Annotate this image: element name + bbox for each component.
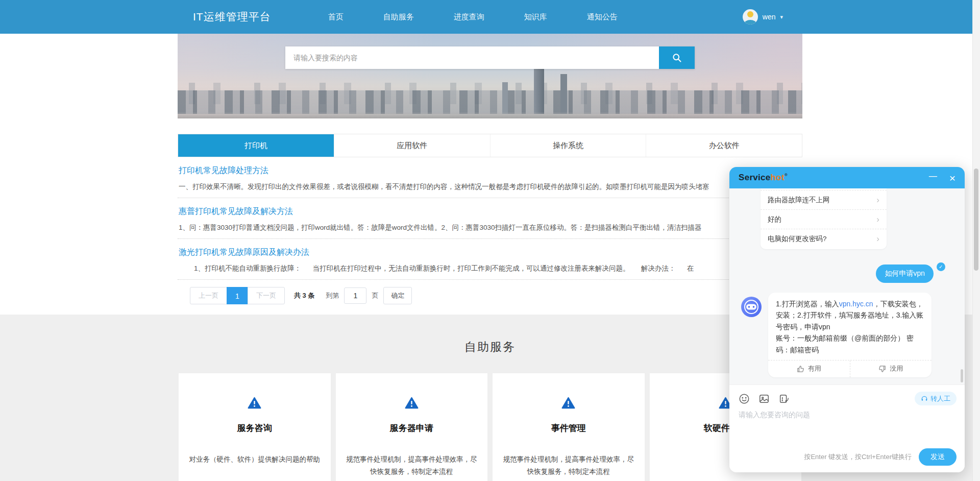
useful-label: 有用	[808, 364, 821, 373]
skyscraper	[502, 82, 508, 114]
card-description: 规范事件处理机制，提高事件处理效率，尽快恢复服务，特制定本流程	[344, 453, 479, 477]
city-skyline-front	[178, 90, 802, 114]
article-item: 打印机常见故障处理方法 wen 一、打印效果不清晰。发现打印出的文件效果很差，或…	[178, 157, 802, 198]
nav-item-notice[interactable]: 通知公告	[587, 12, 618, 22]
skyscraper	[560, 74, 567, 114]
bot-message-bubble: 1.打开浏览器，输入vpn.hyc.cn，下载安装包，安装；2.打开软件，填写服…	[768, 293, 932, 377]
chevron-down-icon: ▾	[780, 14, 783, 20]
bot-message-paragraph: 1.打开浏览器，输入vpn.hyc.cn，下载安装包，安装；2.打开软件，填写服…	[776, 298, 924, 332]
next-page-button[interactable]: 下一页	[248, 287, 285, 304]
send-shortcut-hint: 按Enter 键发送，按Ctrl+Enter键换行	[804, 452, 912, 462]
search-icon	[672, 53, 682, 63]
nav-item-home[interactable]: 首页	[328, 12, 344, 22]
close-icon[interactable]: ×	[949, 173, 955, 183]
chat-header: Servicehot® — ×	[729, 167, 965, 188]
page-number-current[interactable]: 1	[227, 287, 248, 304]
logo-text-service: Service	[739, 173, 771, 182]
card-description: 规范事件处理机制，提高事件处理效率，尽快恢复服务，特制定本流程	[501, 453, 636, 477]
quick-question-router[interactable]: 路由器故障连不上网 ›	[761, 190, 887, 209]
tab-office-software[interactable]: 办公软件	[646, 134, 802, 157]
send-button[interactable]: 发送	[919, 448, 957, 466]
robot-avatar-icon	[741, 297, 762, 317]
knowledge-tabs: 打印机 应用软件 操作系统 办公软件	[178, 134, 802, 157]
tab-operating-system[interactable]: 操作系统	[491, 134, 647, 157]
search-button[interactable]	[659, 46, 695, 69]
useless-button[interactable]: 没用	[850, 360, 932, 377]
vpn-link[interactable]: vpn.hyc.cn	[839, 300, 873, 308]
minimize-icon[interactable]: —	[929, 172, 937, 180]
emoji-icon[interactable]	[739, 393, 750, 404]
user-message-bubble: 如何申请vpn	[876, 264, 934, 283]
page-scrollbar-thumb[interactable]	[974, 169, 978, 271]
article-summary: 一、打印效果不清晰。发现打印出的文件效果很差，或者说很模糊，看不清楚打印的内容，…	[179, 182, 801, 191]
nav-item-progress[interactable]: 进度查询	[454, 12, 484, 22]
banner-haze	[178, 112, 802, 118]
article-summary: 1、打印机不能自动重新换行故障： 当打印机在打印过程中，无法自动重新换行时，打印…	[179, 264, 801, 273]
bot-message-paragraph: 账号：一般为邮箱前缀（@前面的部分） 密码：邮箱密码	[776, 332, 924, 355]
quick-question-label: 路由器故障连不上网	[768, 196, 830, 205]
user-name: wen	[763, 13, 776, 21]
chat-scrollbar-thumb[interactable]	[961, 369, 963, 382]
warning-triangle-icon	[248, 402, 261, 411]
quick-question-card: 路由器故障连不上网 › 好的 › 电脑如何更改密码? ›	[761, 188, 887, 249]
chevron-right-icon: ›	[876, 214, 879, 225]
goto-page-input[interactable]	[344, 287, 366, 304]
quick-question-password[interactable]: 电脑如何更改密码? ›	[761, 229, 887, 248]
image-upload-icon[interactable]	[758, 393, 770, 404]
search-bar	[285, 46, 695, 69]
card-title: 服务咨询	[179, 422, 331, 434]
prev-page-button[interactable]: 上一页	[190, 287, 227, 304]
chevron-right-icon: ›	[876, 195, 879, 205]
nav-item-knowledge[interactable]: 知识库	[524, 12, 547, 22]
goto-page-prefix: 到第	[326, 291, 339, 300]
chat-message-input[interactable]	[739, 411, 957, 442]
app-title: IT运维管理平台	[193, 10, 271, 24]
card-title: 事件管理	[493, 422, 645, 434]
user-menu[interactable]: wen ▾	[743, 9, 783, 25]
chat-composer: 转人工 按Enter 键发送，按Ctrl+Enter键换行 发送	[729, 384, 965, 472]
article-title-link[interactable]: 打印机常见故障处理方法	[179, 165, 268, 176]
article-item: 激光打印机常见故障原因及解决办法 wen 1、打印机不能自动重新换行故障： 当打…	[178, 239, 802, 280]
servicehot-logo: Servicehot®	[739, 173, 788, 183]
quick-question-ok[interactable]: 好的 ›	[761, 209, 887, 229]
goto-page-suffix: 页	[372, 291, 378, 300]
warning-triangle-icon	[405, 402, 419, 411]
tab-printer[interactable]: 打印机	[178, 134, 334, 157]
useful-button[interactable]: 有用	[768, 360, 850, 377]
top-navbar: IT运维管理平台 首页 自助服务 进度查询 知识库 通知公告 wen ▾	[0, 0, 980, 34]
chat-widget: Servicehot® — × 路由器故障连不上网 › 好的 › 电脑如何更改密…	[729, 167, 965, 472]
goto-confirm-button[interactable]: 确定	[383, 287, 412, 304]
article-title-link[interactable]: 激光打印机常见故障原因及解决办法	[179, 247, 309, 258]
service-card-consult[interactable]: 服务咨询 对业务（硬件、软件）提供解决问题的帮助	[179, 373, 331, 481]
quick-question-label: 电脑如何更改密码?	[768, 234, 827, 244]
transfer-to-agent-button[interactable]: 转人工	[915, 392, 957, 405]
page-scrollbar[interactable]	[972, 0, 980, 481]
history-record-icon[interactable]	[778, 393, 790, 404]
service-card-server-request[interactable]: 服务器申请 规范事件处理机制，提高事件处理效率，尽快恢复服务，特制定本流程	[336, 373, 488, 481]
bot-message-row: 1.打开浏览器，输入vpn.hyc.cn，下载安装包，安装；2.打开软件，填写服…	[729, 293, 965, 377]
article-title-link[interactable]: 惠普打印机常见故障及解决方法	[179, 206, 293, 217]
search-input[interactable]	[285, 46, 659, 69]
nav-item-self-service[interactable]: 自助服务	[383, 12, 414, 22]
headset-icon	[921, 395, 928, 402]
user-avatar-icon	[743, 9, 758, 25]
feedback-bar: 有用 没用	[768, 360, 932, 377]
main-nav: 首页 自助服务 进度查询 知识库 通知公告	[328, 12, 618, 22]
service-card-incident-mgmt[interactable]: 事件管理 规范事件处理机制，提高事件处理效率，尽快恢复服务，特制定本流程	[493, 373, 645, 481]
tab-application-software[interactable]: 应用软件	[334, 134, 491, 157]
chat-message-area: 路由器故障连不上网 › 好的 › 电脑如何更改密码? › 如何申请vpn ✓	[729, 188, 965, 384]
bot-text: 1.打开浏览器，输入	[776, 300, 839, 308]
pagination: 上一页 1 下一页 共 3 条 到第 页 确定	[178, 287, 802, 315]
card-description: 对业务（硬件、软件）提供解决问题的帮助	[187, 453, 322, 466]
total-count-label: 共 3 条	[294, 291, 314, 300]
service-cards: 服务咨询 对业务（硬件、软件）提供解决问题的帮助 服务器申请 规范事件处理机制，…	[179, 373, 801, 481]
chevron-right-icon: ›	[876, 234, 879, 244]
article-item: 惠普打印机常见故障及解决方法 wen 1、问：惠普3030打印普通文档没问题，打…	[178, 198, 802, 239]
logo-text-hot: hot	[771, 173, 785, 182]
hero-banner	[178, 34, 802, 118]
user-message-row: 如何申请vpn ✓	[729, 264, 965, 283]
thumbs-up-icon	[797, 365, 804, 373]
card-title: 服务器申请	[336, 422, 488, 434]
thumbs-down-icon	[878, 365, 886, 373]
useless-label: 没用	[890, 364, 903, 373]
